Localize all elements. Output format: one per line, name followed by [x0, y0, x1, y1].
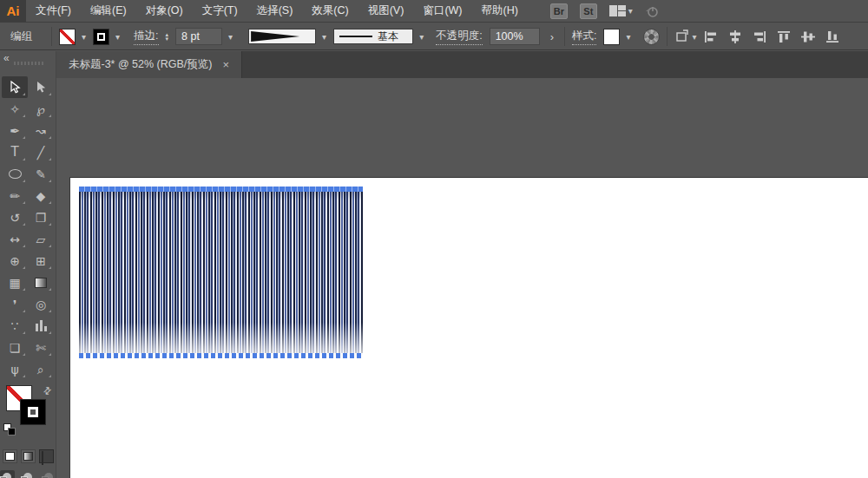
stroke-weight-value[interactable]: 8 pt: [175, 28, 222, 45]
stepper-down-icon[interactable]: ▾: [166, 36, 169, 41]
symbol-sprayer-tool[interactable]: ∵: [2, 315, 28, 337]
document-tab[interactable]: 未标题-3* @ 52% (RGB/预览) ×: [56, 51, 242, 78]
blend-tool[interactable]: ◎: [28, 293, 54, 315]
stroke-weight-label[interactable]: 描边:: [134, 29, 158, 45]
artboard-canvas[interactable]: [69, 177, 868, 478]
default-fill-stroke-icon[interactable]: [3, 423, 16, 435]
menu-type[interactable]: 文字(T): [193, 0, 247, 23]
menu-help[interactable]: 帮助(H): [472, 0, 528, 23]
curvature-tool[interactable]: ↝: [28, 120, 54, 141]
panel-grip[interactable]: [14, 62, 45, 65]
style-swatch[interactable]: [603, 29, 620, 45]
menu-edit[interactable]: 编辑(E): [81, 0, 136, 23]
scale-tool[interactable]: ❐: [28, 206, 54, 228]
opacity-value[interactable]: 100%: [490, 28, 540, 45]
align-vertical-center-icon[interactable]: [801, 30, 815, 43]
brush-definition-control[interactable]: 基本 ▾: [333, 29, 424, 44]
line-segment-tool[interactable]: ╱: [28, 141, 54, 163]
align-top-icon[interactable]: [777, 30, 791, 43]
selection-anchors-top[interactable]: [79, 187, 363, 192]
rotate-tool[interactable]: ↺: [2, 206, 28, 228]
style-control[interactable]: ▾: [603, 29, 630, 45]
recolor-artwork-icon[interactable]: [643, 29, 660, 45]
chevron-down-icon[interactable]: ▾: [115, 32, 120, 42]
none-mode-button[interactable]: [39, 449, 54, 463]
paintbrush-tool[interactable]: ✎: [28, 163, 54, 185]
gradient-mode-button[interactable]: [21, 449, 36, 463]
document-viewport[interactable]: [56, 78, 868, 478]
color-mode-button[interactable]: [3, 449, 17, 463]
slice-tool[interactable]: ✄: [28, 337, 54, 358]
menu-file[interactable]: 文件(F): [26, 0, 81, 23]
brush-definition-box[interactable]: 基本: [333, 29, 413, 44]
magic-wand-tool[interactable]: ✧: [2, 98, 28, 120]
opacity-label[interactable]: 不透明度:: [436, 29, 482, 45]
selected-striped-artwork[interactable]: [79, 187, 363, 358]
align-to-control[interactable]: ▾: [674, 29, 697, 43]
vertical-stripes-pattern[interactable]: [79, 189, 363, 356]
align-bottom-icon[interactable]: [825, 30, 839, 43]
draw-inside-button[interactable]: [41, 470, 56, 478]
style-label[interactable]: 样式:: [572, 29, 596, 45]
ellipse-tool[interactable]: [2, 163, 28, 185]
swap-fill-stroke-icon[interactable]: ⇄: [41, 384, 55, 398]
stroke-swatch-black[interactable]: [20, 399, 46, 425]
fill-none-swatch[interactable]: [59, 29, 76, 45]
menu-select[interactable]: 选择(S): [247, 0, 303, 23]
scale-icon: ❐: [36, 212, 47, 224]
shaper-tool[interactable]: ✏: [2, 185, 28, 206]
stroke-weight-combo[interactable]: 8 pt ▾: [175, 28, 233, 45]
column-graph-tool[interactable]: [28, 315, 54, 337]
mesh-tool[interactable]: ▦: [2, 272, 28, 293]
direct-selection-tool[interactable]: [28, 76, 54, 98]
zoom-tool[interactable]: ⌕: [28, 358, 54, 380]
chevron-down-icon[interactable]: ▾: [82, 32, 86, 42]
pen-tool[interactable]: ✒: [2, 120, 28, 141]
perspective-grid-tool[interactable]: ⊞: [28, 250, 54, 272]
bridge-button[interactable]: Br: [550, 3, 568, 19]
shape-builder-tool[interactable]: ⊕: [2, 250, 28, 272]
menu-view[interactable]: 视图(V): [358, 0, 414, 23]
draw-normal-button[interactable]: [0, 470, 15, 478]
free-transform-tool[interactable]: ▱: [28, 228, 54, 250]
ellipse-icon: [9, 169, 22, 179]
chevron-down-icon[interactable]: ▾: [322, 32, 326, 42]
fill-stroke-indicator: ⇄: [0, 385, 56, 446]
width-tool[interactable]: ↔: [2, 228, 28, 250]
close-icon[interactable]: ×: [223, 58, 230, 71]
width-profile-preview[interactable]: [248, 29, 316, 44]
gradient-tool[interactable]: [28, 272, 54, 293]
workspace-switcher[interactable]: ▾: [609, 5, 633, 16]
stroke-weight-stepper[interactable]: ▴ ▾: [166, 32, 169, 41]
fill-color-control[interactable]: ▾: [59, 29, 86, 45]
selection-tool[interactable]: [2, 76, 28, 98]
chevron-down-icon[interactable]: ▾: [626, 32, 630, 42]
align-horizontal-center-icon[interactable]: [728, 30, 742, 43]
menu-window[interactable]: 窗口(W): [413, 0, 471, 23]
type-tool[interactable]: T: [2, 141, 28, 163]
draw-behind-button[interactable]: [21, 470, 36, 478]
artboard-tool[interactable]: ❏: [2, 337, 28, 358]
width-profile-control[interactable]: ▾: [248, 29, 326, 44]
opacity-more-arrow[interactable]: ›: [547, 30, 557, 43]
lasso-tool[interactable]: ℘: [28, 98, 54, 120]
stroke-color-control[interactable]: ▾: [93, 29, 120, 45]
eraser-tool[interactable]: ◆: [28, 185, 54, 206]
chevron-down-icon[interactable]: ▾: [419, 32, 424, 42]
align-left-icon[interactable]: [704, 30, 718, 43]
eraser-icon: ◆: [36, 190, 46, 202]
eyedropper-tool[interactable]: ❜: [2, 293, 28, 315]
menu-effect[interactable]: 效果(C): [302, 0, 358, 23]
collapse-panel-icon[interactable]: «: [3, 52, 9, 64]
menu-object[interactable]: 对象(O): [136, 0, 193, 23]
hand-tool[interactable]: ψ: [2, 358, 28, 380]
chevron-down-icon[interactable]: ▾: [228, 32, 233, 42]
stock-button[interactable]: St: [580, 3, 597, 19]
selection-anchors-bottom[interactable]: [79, 353, 363, 358]
gpu-performance-icon[interactable]: [645, 4, 659, 18]
app-logo[interactable]: Ai: [0, 0, 26, 23]
brush-definition-value: 基本: [378, 29, 398, 44]
stroke-color-swatch[interactable]: [93, 29, 109, 45]
menu-right-group: Br St ▾: [550, 3, 659, 19]
align-right-icon[interactable]: [753, 30, 766, 43]
